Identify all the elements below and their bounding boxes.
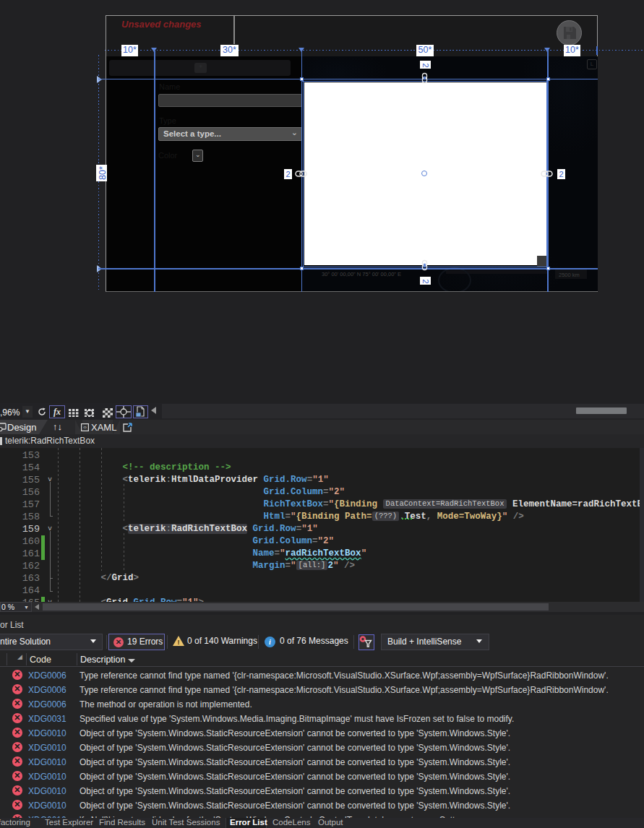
svg-text:‹›: ‹› xyxy=(83,425,87,430)
